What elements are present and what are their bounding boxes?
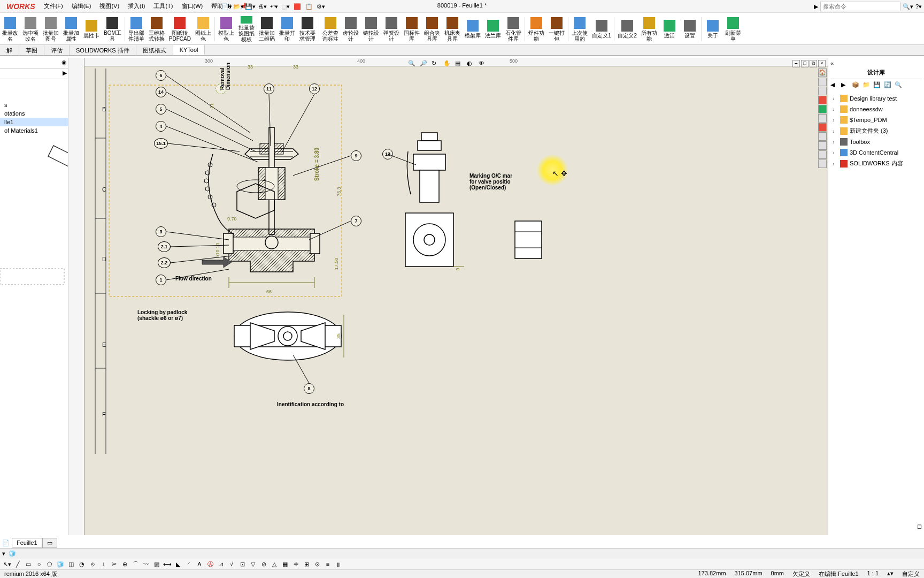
zoom-area-icon[interactable]: 🔎 (420, 60, 429, 70)
balloon-2-1[interactable]: 2.1 (158, 241, 171, 252)
sk-cosmetic-icon[interactable]: ⊙ (312, 559, 322, 569)
ribbon-btn-13[interactable]: 批量打 印 (277, 15, 297, 43)
sk-datum-icon[interactable]: ▽ (248, 559, 258, 569)
model-icon[interactable]: 🧊 (9, 550, 16, 557)
menu-file[interactable]: 文件(F) (40, 2, 67, 10)
lib-item-3[interactable]: ›新建文件夹 (3) (830, 125, 922, 136)
ribbon-btn-30[interactable]: 所有功 能 (639, 15, 659, 43)
ribbon-btn-7[interactable]: 三维格 式转换 (147, 15, 167, 43)
lib-item-2[interactable]: ›$Tempo_PDM (830, 115, 922, 125)
tab-2[interactable]: 评估 (44, 45, 70, 55)
ribbon-btn-6[interactable]: 导出部 件清单 (126, 15, 147, 43)
status-arrows-icon[interactable]: ▴▾ (887, 570, 894, 578)
sk-spline-icon[interactable]: 〰 (141, 559, 151, 569)
rotate-icon[interactable]: ↻ (432, 60, 441, 70)
sk-detail-icon[interactable]: ◔ (77, 559, 87, 569)
lib-item-5[interactable]: ›3D ContentCentral (830, 147, 922, 158)
float-1-icon[interactable] (818, 78, 827, 86)
sk-chamfer-icon[interactable]: ◣ (173, 559, 183, 569)
float-4-icon[interactable] (818, 105, 827, 113)
lib-add-icon[interactable]: 📦 (852, 81, 861, 91)
lib-search-icon[interactable]: 🔍 (895, 81, 904, 91)
ribbon-btn-34[interactable]: 刷新菜 单 (723, 15, 743, 43)
ribbon-btn-18[interactable]: 弹簧设 计 (381, 15, 402, 43)
ribbon-btn-23[interactable]: 法兰库 (483, 15, 503, 43)
sheet-add-tab[interactable]: ▭ (42, 538, 57, 548)
print-icon[interactable]: 🖨▾ (257, 1, 267, 12)
search-go-icon[interactable]: 🔍▾ (903, 3, 913, 10)
settings-icon[interactable]: ⚙▾ (315, 1, 326, 12)
sk-hatch-icon[interactable]: ▨ (152, 559, 161, 569)
sk-hole-icon[interactable]: ⊘ (259, 559, 268, 569)
balloon-15-1[interactable]: 15.1 (154, 138, 168, 149)
balloon-11[interactable]: 11 (264, 83, 274, 94)
balloon-14[interactable]: 14 (156, 87, 166, 97)
ribbon-btn-28[interactable]: 自定义1 (590, 15, 613, 43)
ribbon-btn-11[interactable]: 批量替 换图纸 模板 (236, 15, 257, 43)
options-icon[interactable]: 📋 (304, 1, 314, 12)
float-9-icon[interactable] (818, 150, 827, 159)
sk-layer-icon[interactable]: ≡ (323, 559, 333, 569)
hide-icon[interactable]: 👁 (479, 60, 488, 70)
sk-line-icon[interactable]: ╱ (13, 559, 22, 569)
tab-0[interactable]: 解 (0, 45, 19, 55)
sk-rev-icon[interactable]: △ (270, 559, 279, 569)
ribbon-btn-32[interactable]: 设置 (680, 15, 700, 43)
balloon-4[interactable]: 4 (156, 121, 166, 132)
ribbon-btn-5[interactable]: BOM工 具 (102, 15, 124, 43)
ribbon-btn-3[interactable]: 批量加 属性 (61, 15, 81, 43)
undo-icon[interactable]: ↶▾ (268, 1, 279, 12)
tab-1[interactable]: 草图 (19, 45, 44, 55)
balloon-3[interactable]: 3 (156, 226, 166, 237)
ribbon-btn-22[interactable]: 模架库 (463, 15, 483, 43)
search-input[interactable] (820, 2, 900, 11)
pan-icon[interactable]: ✋ (443, 60, 453, 70)
float-8-icon[interactable] (818, 141, 827, 150)
sk-center-icon[interactable]: ⊕ (120, 559, 129, 569)
float-10-icon[interactable] (818, 159, 827, 168)
open-icon[interactable]: 📂▾ (233, 1, 244, 12)
balloon-2-2[interactable]: 2.2 (158, 257, 171, 268)
sk-crop-icon[interactable]: ⟂ (98, 559, 108, 569)
lib-item-4[interactable]: ›Toolbox (830, 136, 922, 147)
ribbon-btn-33[interactable]: 关于 (703, 15, 723, 43)
sk-gtol-icon[interactable]: ⊡ (237, 559, 247, 569)
balloon-13[interactable]: 13 (382, 149, 393, 159)
menu-window[interactable]: 窗口(W) (178, 2, 207, 10)
balloon-12[interactable]: 12 (309, 83, 320, 94)
ribbon-btn-4[interactable]: 属性卡 (81, 15, 102, 43)
search-flag-icon[interactable]: ▶ (814, 3, 818, 10)
lib-new-icon[interactable]: 📁 (863, 81, 872, 91)
ribbon-btn-2[interactable]: 批量加 图号 (41, 15, 61, 43)
rebuild-icon[interactable]: 🟥 (292, 1, 303, 12)
sk-fillet-icon[interactable]: ◜ (184, 559, 194, 569)
ribbon-btn-26[interactable]: 一键打 包 (546, 15, 567, 43)
ribbon-btn-9[interactable]: 图纸上 色 (193, 15, 213, 43)
lib-refresh-icon[interactable]: 🔄 (884, 81, 894, 91)
balloon-5[interactable]: 5 (156, 104, 166, 115)
sk-trim-icon[interactable]: ✂ (109, 559, 119, 569)
select-tool-icon[interactable]: ↖▾ (2, 559, 12, 569)
ribbon-btn-19[interactable]: 国标件 库 (402, 15, 422, 43)
menu-insert[interactable]: 插入(I) (124, 2, 149, 10)
sk-balloon-icon[interactable]: Ⓐ (205, 559, 215, 569)
sheet-tab-feuille1[interactable]: Feuille1 (12, 538, 42, 547)
ribbon-btn-21[interactable]: 机床夹 具库 (442, 15, 463, 43)
home-icon[interactable]: 🏠 (818, 69, 827, 77)
lib-fwd-icon[interactable]: ▶ (841, 81, 851, 91)
menu-view[interactable]: 视图(V) (95, 2, 124, 10)
sk-break-icon[interactable]: ⎋ (88, 559, 97, 569)
tree-item-bom[interactable]: of Materials1 (0, 126, 68, 135)
ribbon-btn-0[interactable]: 批量改 名 (0, 15, 20, 43)
ribbon-btn-10[interactable]: 模型上 色 (216, 15, 236, 43)
lib-item-1[interactable]: ›donneessdw (830, 104, 922, 115)
panel-collapse-icon[interactable]: ◉ (61, 59, 67, 67)
float-2-icon[interactable] (818, 87, 827, 95)
menu-tools[interactable]: 工具(T) (149, 2, 177, 10)
sk-weld-icon[interactable]: ⊿ (216, 559, 226, 569)
ribbon-btn-1[interactable]: 选中项 改名 (20, 15, 41, 43)
window-close-icon[interactable]: × (818, 60, 826, 67)
float-3-icon[interactable] (818, 96, 827, 104)
sk-circle-icon[interactable]: ○ (34, 559, 44, 569)
sk-block-icon[interactable]: ▦ (280, 559, 290, 569)
